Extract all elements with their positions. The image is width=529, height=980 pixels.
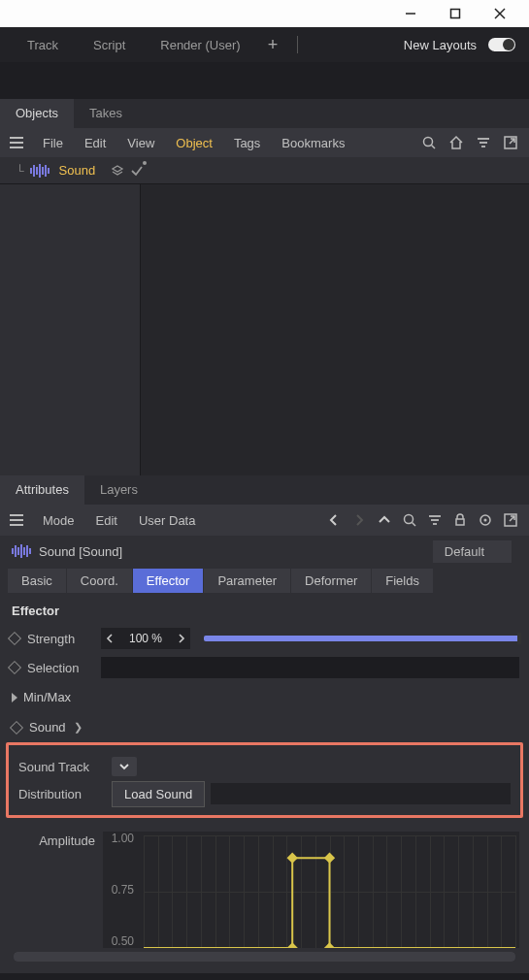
svg-rect-15 <box>456 519 464 525</box>
distribution-field[interactable] <box>211 783 511 804</box>
object-tree-body <box>0 184 529 475</box>
decrement-button[interactable] <box>101 628 118 649</box>
strength-spinner[interactable]: 100 % <box>101 628 190 649</box>
menu-edit[interactable]: Edit <box>75 132 116 154</box>
strength-label: Strength <box>27 632 93 646</box>
strength-row: Strength 100 % <box>10 626 519 651</box>
check-icon[interactable] <box>130 164 144 178</box>
search-icon[interactable] <box>401 511 418 529</box>
keyframe-diamond-icon[interactable] <box>8 632 21 645</box>
tree-right-pane[interactable] <box>141 184 529 475</box>
hamburger-icon[interactable] <box>10 514 23 526</box>
tab-coord[interactable]: Coord. <box>67 569 132 593</box>
attributes-menu-bar: Mode Edit User Data <box>0 505 529 536</box>
attribute-sub-tabs: Basic Coord. Effector Parameter Deformer… <box>0 567 529 594</box>
layers-icon[interactable] <box>111 164 124 178</box>
sound-section-header[interactable]: Sound ❯ <box>10 710 519 742</box>
keyframe-diamond-icon[interactable] <box>10 720 23 734</box>
preset-select[interactable]: Default <box>433 540 512 563</box>
tab-effector[interactable]: Effector <box>133 569 204 593</box>
menu-mode[interactable]: Mode <box>33 509 84 532</box>
tab-deformer[interactable]: Deformer <box>291 569 371 593</box>
up-arrow-icon[interactable] <box>376 511 393 529</box>
popout-icon[interactable] <box>502 134 519 151</box>
expand-triangle-icon <box>12 693 17 702</box>
increment-button[interactable] <box>173 628 190 649</box>
tab-objects[interactable]: Objects <box>0 99 74 128</box>
amplitude-area: Amplitude 1.00 0.75 0.50 <box>10 832 519 948</box>
svg-point-4 <box>424 138 433 147</box>
selection-label: Selection <box>27 661 93 675</box>
tab-takes[interactable]: Takes <box>74 99 138 128</box>
svg-rect-1 <box>451 10 460 18</box>
menu-view[interactable]: View <box>117 132 164 154</box>
sound-track-dropdown[interactable] <box>112 757 137 776</box>
layouts-toggle[interactable] <box>488 38 515 51</box>
objects-panel-tabs: Objects Takes <box>0 99 529 128</box>
minimize-button[interactable] <box>403 6 418 21</box>
object-tree-row[interactable]: └ Sound <box>0 157 529 184</box>
popout-icon[interactable] <box>502 511 519 529</box>
effector-header: Effector <box>10 600 519 626</box>
tab-basic[interactable]: Basic <box>8 569 66 593</box>
strength-value[interactable]: 100 % <box>118 632 173 645</box>
strength-slider[interactable] <box>204 636 519 641</box>
effector-body: Effector Strength 100 % Selection Min/Ma… <box>0 594 529 973</box>
minmax-row[interactable]: Min/Max <box>10 684 519 710</box>
tab-layers[interactable]: Layers <box>84 475 153 505</box>
preset-select-label: Default <box>445 544 484 559</box>
search-icon[interactable] <box>420 134 438 151</box>
selection-row: Selection <box>10 655 519 680</box>
load-sound-button[interactable]: Load Sound <box>112 781 205 807</box>
window-controls <box>0 0 529 27</box>
sound-track-row: Sound Track <box>18 753 511 780</box>
selection-field[interactable] <box>101 657 519 678</box>
menu-object[interactable]: Object <box>166 132 222 154</box>
menu-file[interactable]: File <box>33 132 73 154</box>
attribute-title: Sound [Sound] <box>39 544 425 559</box>
separator <box>297 36 298 53</box>
tree-connector-icon: └ <box>16 164 24 178</box>
svg-line-11 <box>413 523 416 527</box>
amplitude-grid <box>144 835 515 948</box>
lock-icon[interactable] <box>451 511 469 529</box>
scrollbar-thumb[interactable] <box>14 952 515 962</box>
tab-parameter[interactable]: Parameter <box>204 569 290 593</box>
layout-tab-render[interactable]: Render (User) <box>147 34 253 56</box>
tree-left-pane[interactable] <box>0 184 141 475</box>
hamburger-icon[interactable] <box>10 137 23 148</box>
target-icon[interactable] <box>477 511 494 529</box>
menu-edit[interactable]: Edit <box>86 509 127 532</box>
svg-point-17 <box>484 519 487 522</box>
distribution-row: Distribution Load Sound <box>18 780 511 807</box>
attributes-panel-tabs: Attributes Layers <box>0 475 529 505</box>
tab-attributes[interactable]: Attributes <box>0 475 84 505</box>
svg-line-5 <box>432 146 436 149</box>
menu-tags[interactable]: Tags <box>224 132 270 154</box>
add-layout-button[interactable]: + <box>262 35 284 55</box>
object-tree-item-label: Sound <box>59 163 96 178</box>
keyframe-diamond-icon[interactable] <box>8 661 21 674</box>
forward-arrow-icon[interactable] <box>350 511 368 529</box>
layout-bar: Track Script Render (User) + New Layouts <box>0 27 529 62</box>
sound-track-label: Sound Track <box>18 760 102 774</box>
menu-bookmarks[interactable]: Bookmarks <box>272 132 354 154</box>
amplitude-chart[interactable]: 1.00 0.75 0.50 <box>103 832 519 948</box>
layout-tab-track[interactable]: Track <box>14 34 72 56</box>
sound-settings-highlight: Sound Track Distribution Load Sound <box>6 742 523 818</box>
ytick-1: 0.75 <box>103 883 134 897</box>
attribute-title-row: Sound [Sound] Default <box>0 536 529 567</box>
back-arrow-icon[interactable] <box>325 511 343 529</box>
distribution-label: Distribution <box>18 787 102 801</box>
filter-icon[interactable] <box>426 511 444 529</box>
sound-section-label: Sound <box>29 720 66 735</box>
maximize-button[interactable] <box>447 6 463 21</box>
menu-user-data[interactable]: User Data <box>129 509 206 532</box>
layout-tab-script[interactable]: Script <box>80 34 139 56</box>
tab-fields[interactable]: Fields <box>372 569 433 593</box>
home-icon[interactable] <box>447 134 465 151</box>
horizontal-scrollbar[interactable] <box>14 952 515 962</box>
amplitude-label: Amplitude <box>10 832 103 948</box>
close-button[interactable] <box>492 6 508 21</box>
filter-icon[interactable] <box>475 134 492 151</box>
